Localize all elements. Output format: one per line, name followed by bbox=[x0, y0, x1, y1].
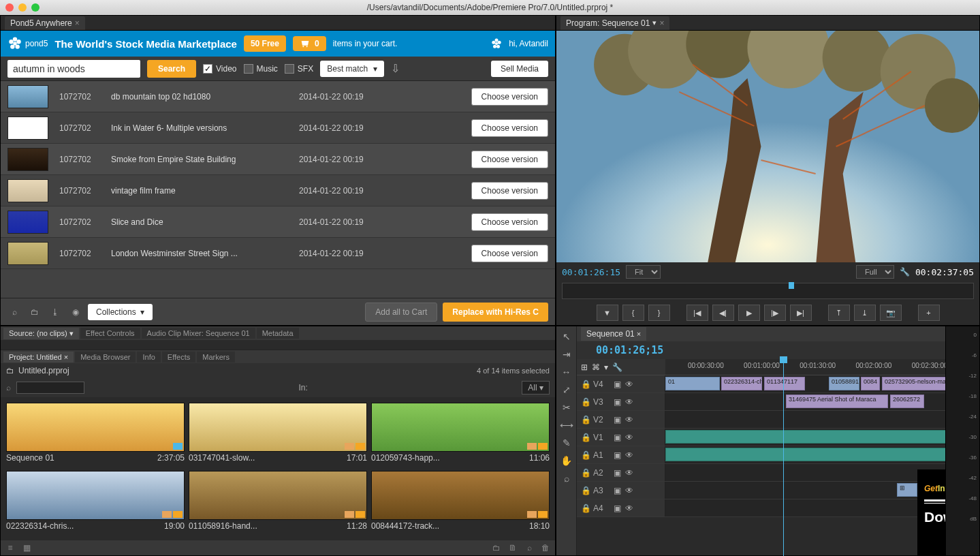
choose-version-button[interactable]: Choose version bbox=[471, 182, 548, 200]
track-a4[interactable]: 🔒A4▣👁⊞⊞ bbox=[577, 499, 945, 517]
eye-icon[interactable]: 👁 bbox=[625, 486, 633, 495]
sequence-tab[interactable]: Sequence 01 × bbox=[581, 327, 646, 341]
program-tab[interactable]: Program: Sequence 01 ▾ × bbox=[560, 16, 669, 30]
rate-tool-icon[interactable]: ⤢ bbox=[559, 382, 574, 397]
current-timecode[interactable]: 00:01:26:15 bbox=[562, 267, 620, 277]
pond5-logo[interactable]: pond5 bbox=[7, 36, 48, 51]
toggle-icon[interactable]: ▣ bbox=[614, 450, 621, 460]
snap-icon[interactable]: ⊞ bbox=[581, 362, 588, 372]
toggle-icon[interactable]: ▣ bbox=[614, 486, 621, 495]
source-tab[interactable]: Audio Clip Mixer: Sequence 01 bbox=[142, 328, 255, 339]
choose-version-button[interactable]: Choose version bbox=[471, 119, 548, 137]
step-fwd-button[interactable]: |▶ bbox=[764, 305, 786, 321]
pen-tool-icon[interactable]: ✎ bbox=[559, 435, 574, 450]
eye-icon[interactable]: 👁 bbox=[625, 380, 633, 389]
lock-icon[interactable]: 🔒 bbox=[581, 433, 589, 442]
resolution-dropdown[interactable]: Full bbox=[856, 265, 894, 279]
bin-clip[interactable]: 012059743-happ...11:06 bbox=[371, 403, 550, 467]
trash-icon[interactable]: 🗑 bbox=[540, 543, 551, 553]
timeline-tracks[interactable]: GetIntoPCR .com Download Latest Software… bbox=[577, 375, 945, 555]
slip-tool-icon[interactable]: ⟷ bbox=[559, 418, 574, 433]
search-icon[interactable]: ⌕ bbox=[6, 383, 11, 392]
track-v3[interactable]: 🔒V3▣👁31469475 Aerial Shot of Maraca26062… bbox=[577, 393, 945, 411]
track-v1[interactable]: 🔒V1▣👁 bbox=[577, 429, 945, 446]
timeline-clip[interactable] bbox=[665, 448, 945, 461]
free-button[interactable]: 50 Free bbox=[244, 35, 286, 52]
project-search-input[interactable] bbox=[16, 382, 84, 394]
timeline-clip[interactable]: 0084 bbox=[861, 377, 880, 390]
filter-in-dropdown[interactable]: All ▾ bbox=[522, 381, 550, 395]
track-v2[interactable]: 🔒V2▣👁 bbox=[577, 411, 945, 429]
sort-dropdown[interactable]: Best match▾ bbox=[320, 61, 384, 77]
mini-timeline[interactable] bbox=[562, 283, 974, 299]
result-row[interactable]: 1072702vintage film frame2014-01-22 00:1… bbox=[1, 175, 555, 206]
user-greeting[interactable]: hi, Avtandil bbox=[490, 37, 548, 50]
search-button[interactable]: Search bbox=[147, 60, 196, 78]
selection-tool-icon[interactable]: ↖ bbox=[559, 329, 574, 344]
eye-icon[interactable]: 👁 bbox=[625, 415, 633, 424]
toggle-icon[interactable]: ▣ bbox=[614, 504, 621, 513]
toggle-icon[interactable]: ▣ bbox=[614, 397, 621, 407]
bin-clip[interactable]: 022326314-chris...19:00 bbox=[6, 471, 185, 535]
eye-icon[interactable]: 👁 bbox=[625, 397, 633, 407]
timeline-clip[interactable]: 025732905-nelson-mande bbox=[882, 377, 945, 390]
timeline-ruler[interactable]: ⊞ ⌘ ▾ 🔧 00:00:30:0000:01:00:0000:01:30:0… bbox=[577, 359, 945, 375]
bin-clip[interactable]: 031747041-slow...17:01 bbox=[189, 403, 367, 467]
lock-icon[interactable]: 🔒 bbox=[581, 504, 589, 513]
filter-music[interactable]: Music bbox=[244, 64, 278, 74]
result-row[interactable]: 1072702db mountain top 02 hd10802014-01-… bbox=[1, 81, 555, 112]
ripple-tool-icon[interactable]: ↔ bbox=[559, 365, 574, 380]
list-view-icon[interactable]: ≡ bbox=[5, 543, 16, 553]
filter-video[interactable]: ✓Video bbox=[203, 64, 236, 74]
download-icon[interactable]: ⇩ bbox=[391, 62, 400, 75]
folder-icon[interactable]: 🗀 bbox=[28, 305, 42, 319]
new-bin-icon[interactable]: 🗀 bbox=[491, 543, 502, 553]
result-row[interactable]: 1072702Ink in Water 6- Multiple versions… bbox=[1, 112, 555, 144]
go-out-button[interactable]: ▶| bbox=[790, 305, 812, 321]
go-in-button[interactable]: |◀ bbox=[686, 305, 708, 321]
choose-version-button[interactable]: Choose version bbox=[471, 151, 548, 168]
timeline-clip[interactable] bbox=[665, 430, 945, 444]
timeline-clip[interactable]: ⊞ bbox=[897, 483, 917, 497]
bin-icon[interactable]: 🗀 bbox=[6, 366, 14, 375]
link-icon[interactable]: ⌘ bbox=[592, 362, 600, 372]
choose-version-button[interactable]: Choose version bbox=[471, 245, 548, 262]
razor-tool-icon[interactable]: ✂ bbox=[559, 400, 574, 415]
zoom-tool-icon[interactable]: ⌕ bbox=[559, 471, 574, 486]
bin-clip[interactable]: Sequence 012:37:05 bbox=[6, 403, 185, 467]
project-tab[interactable]: Info bbox=[137, 352, 160, 362]
download-icon[interactable]: ⭳ bbox=[48, 305, 62, 319]
source-tab[interactable]: Effect Controls bbox=[80, 328, 140, 339]
in-point-button[interactable]: { bbox=[622, 305, 644, 321]
step-back-button[interactable]: ◀| bbox=[712, 305, 734, 321]
replace-hires-button[interactable]: Replace with Hi-Res C bbox=[443, 303, 548, 322]
toggle-icon[interactable]: ▣ bbox=[614, 380, 621, 389]
close-icon[interactable]: × bbox=[659, 18, 664, 28]
add-button[interactable]: + bbox=[918, 305, 940, 321]
lock-icon[interactable]: 🔒 bbox=[581, 380, 589, 389]
result-row[interactable]: 1072702Slice and Dice2014-01-22 00:19Cho… bbox=[1, 206, 555, 238]
toggle-icon[interactable]: ▣ bbox=[614, 468, 621, 478]
timeline-timecode[interactable]: 00:01:26;15 bbox=[596, 344, 663, 356]
result-row[interactable]: 1072702Smoke from Empire State Building2… bbox=[1, 144, 555, 175]
toggle-icon[interactable]: ▣ bbox=[614, 433, 621, 442]
add-all-cart-button[interactable]: Add all to Cart bbox=[365, 303, 437, 322]
wrench-icon[interactable]: 🔧 bbox=[900, 267, 910, 277]
timeline-clip[interactable]: 011347117 bbox=[764, 377, 805, 390]
source-tab[interactable]: Metadata bbox=[257, 328, 299, 339]
timeline-clip[interactable]: 26062572 bbox=[890, 395, 924, 408]
project-bin[interactable]: Sequence 012:37:05031747041-slow...17:01… bbox=[1, 397, 555, 540]
track-a3[interactable]: 🔒A3▣👁⊞ bbox=[577, 482, 945, 499]
marker-icon[interactable]: ▾ bbox=[604, 362, 608, 372]
source-tab[interactable]: Source: (no clips) ▾ bbox=[3, 328, 79, 339]
eye-icon[interactable]: 👁 bbox=[625, 468, 633, 478]
filter-sfx[interactable]: SFX bbox=[285, 64, 313, 74]
eye-icon[interactable]: 👁 bbox=[625, 433, 633, 442]
result-row[interactable]: 1072702London Westminster Street Sign ..… bbox=[1, 238, 555, 269]
project-tab[interactable]: Project: Untitled × bbox=[3, 352, 74, 362]
track-select-tool-icon[interactable]: ⇥ bbox=[559, 347, 574, 362]
pond5-tab[interactable]: Pond5 Anywhere× bbox=[5, 16, 85, 30]
out-point-button[interactable]: } bbox=[648, 305, 670, 321]
toggle-icon[interactable]: ▣ bbox=[614, 415, 621, 424]
lock-icon[interactable]: 🔒 bbox=[581, 468, 589, 478]
